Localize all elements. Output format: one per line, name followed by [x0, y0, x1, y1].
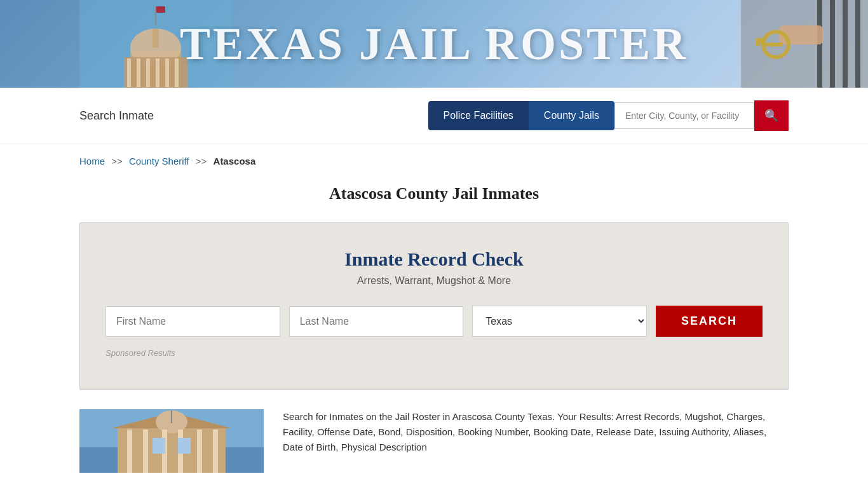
breadcrumb-current: Atascosa	[214, 156, 256, 166]
sponsored-results-label: Sponsored Results	[105, 348, 763, 358]
page-title: Atascosa County Jail Inmates	[0, 184, 868, 203]
svg-rect-5	[127, 58, 131, 87]
state-select[interactable]: AlabamaAlaskaArizonaArkansasCaliforniaCo…	[472, 306, 647, 337]
svg-rect-8	[156, 58, 159, 87]
svg-rect-11	[155, 6, 156, 25]
svg-rect-12	[156, 6, 165, 13]
svg-rect-20	[763, 43, 782, 46]
facility-search-input[interactable]	[614, 102, 754, 129]
header-banner: Texas Jail Roster	[0, 0, 868, 88]
first-name-input[interactable]	[105, 306, 280, 337]
breadcrumb: Home >> County Sheriff >> Atascosa	[0, 144, 868, 178]
svg-rect-34	[153, 438, 165, 454]
svg-rect-17	[855, 0, 860, 88]
record-check-form: AlabamaAlaskaArizonaArkansasCaliforniaCo…	[105, 306, 763, 337]
svg-rect-29	[143, 430, 148, 473]
svg-rect-10	[175, 58, 179, 87]
breadcrumb-home[interactable]: Home	[79, 156, 105, 166]
svg-rect-15	[830, 0, 835, 88]
bottom-description: Search for Inmates on the Jail Roster in…	[283, 409, 789, 455]
search-inmates-button[interactable]: SEARCH	[656, 306, 763, 337]
svg-rect-7	[146, 58, 150, 87]
search-inmate-label: Search Inmate	[79, 109, 428, 123]
svg-rect-35	[178, 438, 191, 454]
svg-rect-33	[213, 430, 218, 473]
police-facilities-button[interactable]: Police Facilities	[428, 101, 529, 130]
svg-rect-21	[760, 38, 764, 43]
svg-rect-36	[171, 410, 172, 423]
svg-rect-9	[165, 58, 169, 87]
svg-rect-28	[127, 430, 132, 473]
breadcrumb-separator-2: >>	[196, 156, 207, 166]
svg-rect-25	[118, 428, 226, 473]
facility-search-button[interactable]: 🔍	[754, 100, 789, 131]
svg-rect-6	[137, 58, 140, 87]
search-icon: 🔍	[764, 109, 778, 123]
facility-illustration	[79, 409, 264, 473]
nav-bar: Search Inmate Police Facilities County J…	[0, 88, 868, 144]
bottom-facility-image	[79, 409, 264, 473]
svg-rect-3	[153, 29, 159, 48]
record-check-box: Inmate Record Check Arrests, Warrant, Mu…	[79, 222, 789, 390]
svg-rect-16	[843, 0, 848, 88]
banner-title: Texas Jail Roster	[180, 18, 688, 71]
bottom-section: Search for Inmates on the Jail Roster in…	[0, 409, 868, 473]
nav-buttons: Police Facilities County Jails 🔍	[428, 100, 789, 131]
record-check-title: Inmate Record Check	[105, 248, 763, 270]
breadcrumb-county-sheriff[interactable]: County Sheriff	[129, 156, 189, 166]
record-check-subtitle: Arrests, Warrant, Mugshot & More	[105, 275, 763, 287]
last-name-input[interactable]	[289, 306, 464, 337]
svg-rect-22	[756, 38, 760, 46]
svg-rect-32	[197, 430, 202, 473]
breadcrumb-separator-1: >>	[111, 156, 123, 166]
keys-illustration	[741, 0, 868, 88]
county-jails-button[interactable]: County Jails	[529, 101, 614, 130]
